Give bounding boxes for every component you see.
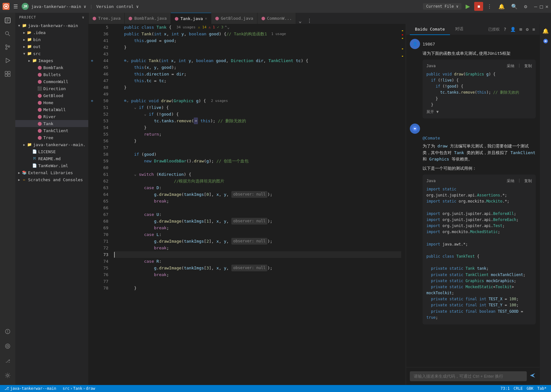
tree-item-bombtank[interactable]: ⬤ BombTank	[15, 64, 88, 71]
activity-vcs[interactable]	[1, 41, 14, 53]
status-position[interactable]: 73:1	[499, 385, 512, 392]
chat-send-button[interactable]	[529, 372, 536, 380]
branch-icon: ⎇	[4, 386, 9, 391]
code-content[interactable]: public class Tank { 34 usages ⚠ 14 ⚠ 1 ✓…	[112, 24, 401, 385]
activity-settings[interactable]	[1, 369, 14, 382]
line-numbers: 5 36 41 42 43 44 45 46 47 48 49 50 51 52…	[96, 24, 112, 385]
rpanel-help-icon[interactable]: ?	[503, 26, 507, 33]
tree-item-sub[interactable]: ▶ 📁 java-tankerwar--main.	[15, 141, 88, 148]
code-line: this.tc = tc;	[114, 77, 401, 84]
expand-button[interactable]: 展开 ▼	[426, 109, 532, 115]
tree-item-metalwall[interactable]: ⬤ MetalWall	[15, 106, 88, 113]
activity-extensions[interactable]	[1, 68, 14, 80]
tree-item-root[interactable]: ▼ 📁 java-tankerwar--main	[15, 22, 88, 29]
menu-icon[interactable]: ☰	[12, 2, 19, 11]
fold-indicator-2[interactable]: ⊕	[89, 57, 96, 64]
search-titlebar-icon[interactable]: 🔍	[509, 2, 519, 11]
tabs-more-icon[interactable]: ⋮	[304, 18, 315, 24]
activity-search[interactable]	[1, 27, 14, 40]
rpanel-user-icon[interactable]: 👤	[510, 26, 516, 33]
stop-button[interactable]: ■	[474, 2, 483, 11]
tree-item-tankclient[interactable]: ⬤ TankClient	[15, 127, 88, 134]
sep: |	[90, 4, 92, 9]
tree-item-idea[interactable]: ▶ 📂 .idea	[15, 29, 88, 36]
rpanel-tab-conversation[interactable]: 对话	[450, 24, 468, 35]
more-actions-icon[interactable]: ⋮	[485, 2, 494, 11]
tree-item-license[interactable]: 📄 LICENSE	[15, 148, 88, 155]
tree-item-images[interactable]: ▶ 📁 Images	[15, 57, 88, 64]
tree-item-src[interactable]: ▼ 📁 src	[15, 50, 88, 57]
current-file-selector[interactable]: Current File ∨	[423, 3, 461, 10]
version-control[interactable]: Version control ∨	[96, 4, 139, 9]
tree-arrow: ▶	[22, 143, 27, 146]
activity-explorer[interactable]	[1, 14, 14, 27]
adopt-button[interactable]: 采纳	[507, 63, 514, 69]
tree-item-tree[interactable]: ⬤ Tree	[15, 134, 88, 141]
tabs-overflow-icon[interactable]: ⌄	[296, 18, 304, 24]
fold-indicator[interactable]	[89, 24, 96, 31]
tree-item-direction[interactable]: ⬛ Direction	[15, 85, 88, 92]
block-adopt-button[interactable]: 采纳	[507, 178, 514, 184]
close-button[interactable]: ✕	[545, 4, 548, 10]
tree-arrow: ▶	[22, 38, 27, 41]
activity-run[interactable]	[1, 54, 14, 67]
status-encoding[interactable]: CRLE	[512, 385, 525, 392]
notifications-icon[interactable]: 🔔	[497, 2, 507, 11]
svg-marker-8	[6, 58, 10, 63]
svg-rect-12	[8, 74, 10, 76]
code-line-current[interactable]	[114, 251, 401, 258]
code-line: //根据方向选择坦克的图片	[114, 178, 401, 184]
tab-commonwall[interactable]: ⬤ CommonW...	[257, 13, 296, 24]
tree-item-extlibs[interactable]: ▶ 📚 External Libraries	[15, 169, 88, 176]
tree-item-getblood[interactable]: ⬤ GetBlood	[15, 92, 88, 99]
notifications-right-icon[interactable]: 🔔	[541, 26, 550, 35]
activity-git[interactable]: ⎇	[1, 354, 14, 367]
tab-getblood[interactable]: ⬤ GetBlood.java	[211, 13, 257, 24]
tree-item-tank[interactable]: ⬤ Tank	[15, 120, 88, 127]
chat-user-message: 👤 19867 请为下面的函数生成单元测试,使用JUnit5框架 Java 采纳…	[410, 39, 536, 118]
project-name[interactable]: java-tankerwar--main ∨	[31, 4, 86, 9]
block-copy-button[interactable]: 复制	[524, 178, 532, 184]
tree-label: bin	[33, 37, 40, 42]
status-breadcrumb[interactable]: src › Tank › draw	[61, 385, 97, 392]
rpanel-settings-icon[interactable]: ⚙	[525, 26, 529, 33]
tab-tank[interactable]: ⬤ Tank.java ✕	[171, 13, 211, 24]
right-icon-bar: 🔔	[540, 24, 551, 385]
fold-indicator-3[interactable]: ⊕	[89, 97, 96, 104]
tree-item-out[interactable]: ▶ 📁 out	[15, 43, 88, 50]
tab-bombtank[interactable]: ⬤ BombTank.java	[125, 13, 171, 24]
tree-item-bullets[interactable]: ⬤ Bullets	[15, 71, 88, 78]
rpanel-menu-icon[interactable]: ≡	[532, 26, 536, 33]
chat-code-actions: 采纳 | 复制	[507, 63, 532, 69]
tree-item-readme[interactable]: M README.md	[15, 155, 88, 162]
tree-item-bin[interactable]: ▶ 📁 bin	[15, 36, 88, 43]
chat-ai-response: @Comate 为了为 draw 方法编写单元测试，我们需要创建一个测试类，其中…	[410, 124, 536, 324]
tree-label: GetBlood	[43, 93, 63, 98]
tree-item-river[interactable]: ⬤ River	[15, 113, 88, 120]
activity-debug[interactable]	[1, 340, 14, 353]
maximize-button[interactable]: □	[540, 4, 543, 10]
chat-input[interactable]	[410, 371, 527, 381]
copy-button[interactable]: 复制	[524, 63, 532, 69]
activity-problems[interactable]	[1, 325, 14, 338]
settings-titlebar-icon[interactable]: ⚙	[522, 2, 529, 11]
tree-arrow: ▶	[22, 31, 27, 34]
editor-scrollbar[interactable]	[401, 24, 406, 385]
right-panel: Baidu Comate 对话 已授权 ? 👤 ⊞ ⚙ ≡	[406, 24, 540, 385]
tree-item-scratches[interactable]: ▶ ✏️ Scratches and Consoles	[15, 176, 88, 183]
rpanel-tab-baidu[interactable]: Baidu Comate	[410, 24, 450, 35]
tree-item-home[interactable]: ⬤ Home	[15, 99, 88, 106]
status-charset[interactable]: GBK	[525, 385, 535, 392]
minimize-button[interactable]: —	[534, 4, 537, 10]
chat-code-block-actions: 采纳 | 复制	[507, 178, 532, 184]
status-branch[interactable]: ⎇ java-tankerwar--main	[3, 385, 58, 392]
tab-close-icon[interactable]: ✕	[205, 16, 207, 21]
tab-tree[interactable]: ⬤ Tree.java	[89, 13, 125, 24]
enum-icon: ⬛	[37, 86, 42, 91]
rpanel-layout-icon[interactable]: ⊞	[519, 26, 523, 33]
tree-item-commonwall[interactable]: ⬤ CommonWall	[15, 78, 88, 85]
comate-icon[interactable]	[541, 37, 550, 46]
tree-item-iml[interactable]: 📄 TanKeWar.iml	[15, 162, 88, 169]
run-button[interactable]: ▶	[463, 2, 472, 11]
status-tab[interactable]: Tab*	[535, 385, 548, 392]
